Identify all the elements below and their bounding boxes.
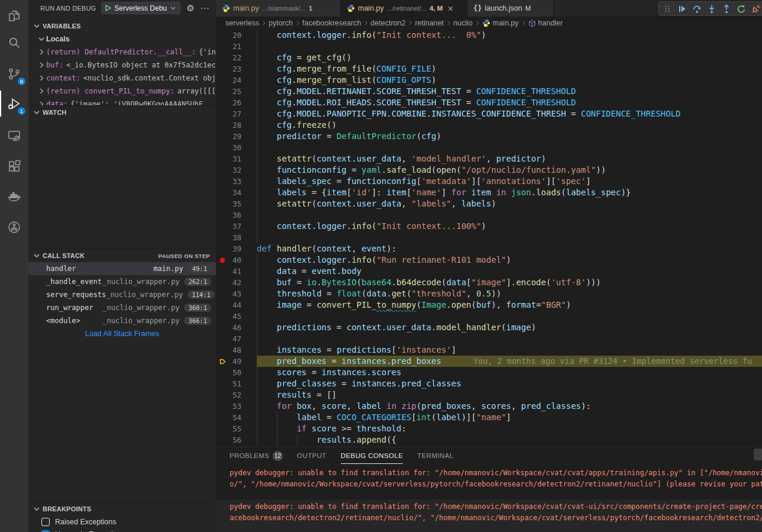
- gutter[interactable]: [216, 52, 229, 63]
- restart-button[interactable]: [737, 4, 746, 14]
- step-over-button[interactable]: [692, 4, 702, 14]
- docker-icon[interactable]: [0, 184, 28, 210]
- gutter[interactable]: [216, 187, 229, 198]
- source-control-icon[interactable]: 8: [0, 61, 28, 87]
- gutter[interactable]: [216, 333, 229, 344]
- line-number: 47: [229, 333, 241, 344]
- stack-frame-row[interactable]: handlermain.py49:1: [28, 262, 216, 275]
- line-number: 34: [229, 187, 241, 198]
- more-actions-icon[interactable]: ⋯: [201, 4, 209, 12]
- gutter[interactable]: [216, 176, 229, 187]
- line-number: 49: [229, 356, 241, 367]
- breadcrumb-item[interactable]: nuclio: [453, 19, 473, 27]
- gutter[interactable]: [216, 389, 229, 401]
- stack-frame-row[interactable]: serve_requests_nuclio_wrapper.py114:1: [28, 288, 216, 301]
- gutter[interactable]: [216, 108, 229, 120]
- gutter[interactable]: [216, 277, 229, 288]
- checkbox[interactable]: [41, 518, 50, 526]
- tab-main-py-retinanet[interactable]: main.py .../retinanet/... 4, M: [341, 0, 467, 17]
- gutter[interactable]: [216, 322, 229, 333]
- extensions-icon[interactable]: [0, 153, 28, 179]
- debug-config-picker[interactable]: Serverless Debu: [101, 2, 180, 14]
- checkbox[interactable]: ✓: [41, 530, 50, 532]
- gutter[interactable]: [216, 412, 229, 423]
- breadcrumb-item[interactable]: pytorch: [269, 19, 293, 27]
- gutter[interactable]: [216, 30, 229, 41]
- gutter[interactable]: [216, 378, 229, 389]
- debug-console-output[interactable]: pydev debugger: unable to find translati…: [216, 467, 762, 532]
- gutter[interactable]: [216, 243, 229, 254]
- tab-problems[interactable]: PROBLEMS 12: [230, 447, 283, 464]
- gutter[interactable]: [216, 299, 229, 311]
- gutter[interactable]: [216, 153, 229, 165]
- gutter[interactable]: [216, 266, 229, 277]
- explorer-icon[interactable]: [0, 3, 28, 29]
- tab-terminal[interactable]: TERMINAL: [417, 447, 453, 464]
- gutter[interactable]: [216, 221, 229, 232]
- run-and-debug-icon[interactable]: 1: [0, 91, 28, 117]
- breadcrumb-item[interactable]: main.py: [482, 19, 519, 27]
- gutter[interactable]: [216, 75, 229, 86]
- search-icon[interactable]: [0, 30, 28, 56]
- disconnect-button[interactable]: [751, 4, 761, 14]
- gutter[interactable]: [216, 209, 229, 221]
- panel-action-icon[interactable]: [754, 449, 762, 460]
- gutter[interactable]: [216, 367, 229, 378]
- watch-header[interactable]: WATCH: [28, 106, 216, 119]
- gutter[interactable]: [216, 434, 229, 446]
- gutter[interactable]: [216, 142, 229, 153]
- chevron-right-icon: [406, 20, 414, 27]
- gutter[interactable]: [216, 198, 229, 209]
- gutter[interactable]: [216, 97, 229, 108]
- git-graph-icon[interactable]: [0, 214, 28, 240]
- gutter[interactable]: [216, 232, 229, 243]
- step-out-button[interactable]: [722, 4, 731, 14]
- breakpoint-icon[interactable]: [219, 257, 226, 264]
- tab-main-py-siammask[interactable]: main.py .../siammask/... 1: [216, 0, 341, 17]
- breadcrumb-item[interactable]: serverless: [225, 19, 259, 27]
- stack-frame-row[interactable]: run_wrapper_nuclio_wrapper.py360:1: [28, 301, 216, 314]
- variable-row[interactable]: data:{'image': 'iVBORw0KGgoAAAANSUhE…: [28, 98, 216, 105]
- variable-row[interactable]: buf:<_io.BytesIO object at 0x7f5a2dc1ecc…: [28, 59, 216, 72]
- breadcrumb-item[interactable]: detectron2: [370, 19, 405, 27]
- drag-grip-icon[interactable]: [663, 4, 672, 14]
- stack-frame-row[interactable]: <module>_nuclio_wrapper.py366:1: [28, 314, 216, 327]
- variable-row[interactable]: (return) DefaultPredictor.__call__:{'ins…: [28, 46, 216, 59]
- stack-frame-row[interactable]: _handle_event_nuclio_wrapper.py262:1: [28, 275, 216, 288]
- breadcrumb-item[interactable]: handler: [528, 19, 563, 27]
- code-line: 53 for box, score, label in zip(pred_box…: [216, 401, 762, 412]
- close-icon[interactable]: [447, 5, 454, 12]
- gutter[interactable]: [216, 288, 229, 299]
- scope-locals[interactable]: Locals: [28, 33, 216, 46]
- gutter[interactable]: [216, 254, 229, 266]
- gutter[interactable]: [216, 131, 229, 142]
- gutter[interactable]: [216, 120, 229, 131]
- gutter[interactable]: [216, 401, 229, 412]
- breakpoint-row[interactable]: Raised Exceptions: [28, 515, 216, 528]
- gutter[interactable]: [216, 165, 229, 176]
- tab-debug-console[interactable]: DEBUG CONSOLE: [341, 447, 403, 464]
- gutter[interactable]: [216, 344, 229, 356]
- load-all-stack-frames-link[interactable]: Load All Stack Frames: [28, 327, 216, 340]
- tab-launch-json[interactable]: {} launch.json M: [467, 0, 554, 17]
- gutter[interactable]: [216, 423, 229, 434]
- gutter[interactable]: [216, 63, 229, 75]
- gutter[interactable]: [216, 86, 229, 97]
- breadcrumb-item[interactable]: retinanet: [415, 19, 444, 27]
- continue-button[interactable]: [677, 4, 687, 14]
- code-editor[interactable]: 20 context.logger.info("Init context... …: [216, 30, 762, 446]
- variable-row[interactable]: (return) convert_PIL_to_numpy:array([[[ …: [28, 85, 216, 98]
- gutter[interactable]: [216, 356, 229, 367]
- tab-output[interactable]: OUTPUT: [297, 447, 327, 464]
- gutter[interactable]: [216, 311, 229, 322]
- variables-header[interactable]: VARIABLES: [28, 20, 216, 33]
- breakpoints-header[interactable]: BREAKPOINTS: [28, 502, 216, 515]
- breakpoint-row[interactable]: ✓Uncaught Exceptions: [28, 528, 216, 532]
- call-stack-header[interactable]: CALL STACK PAUSED ON STEP: [28, 249, 216, 262]
- gear-icon[interactable]: ⚙: [186, 4, 194, 12]
- gutter[interactable]: [216, 41, 229, 52]
- variable-row[interactable]: context:<nuclio_sdk.context.Context obje…: [28, 72, 216, 85]
- remote-explorer-icon[interactable]: [0, 122, 28, 149]
- step-into-button[interactable]: [707, 4, 716, 14]
- breadcrumb-item[interactable]: facebookresearch: [302, 19, 361, 27]
